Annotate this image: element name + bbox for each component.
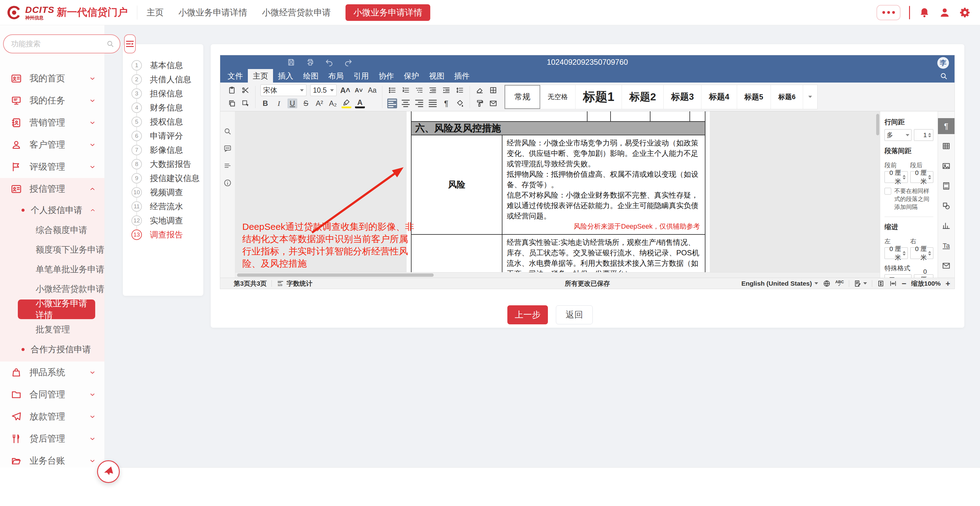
- top-tab-4[interactable]: 小微业务申请详情: [345, 4, 430, 21]
- sidebar-item[interactable]: 放款管理: [0, 406, 104, 428]
- style-tile-标题3[interactable]: 标题3: [664, 85, 702, 109]
- step-item-2[interactable]: 2共借人信息: [123, 72, 203, 87]
- font-color-icon[interactable]: A: [355, 98, 365, 108]
- shading-icon[interactable]: [455, 98, 465, 108]
- before-stepper[interactable]: 0 厘米: [885, 171, 908, 183]
- mail-panel-button[interactable]: [938, 258, 955, 274]
- sidebar-leaf-item[interactable]: 批复管理: [0, 320, 104, 339]
- bold-icon[interactable]: B: [261, 98, 270, 108]
- sidebar-item[interactable]: 我的首页: [0, 68, 104, 90]
- superscript-icon[interactable]: A²: [315, 98, 324, 108]
- search-input[interactable]: [11, 40, 106, 48]
- underline-icon[interactable]: U: [288, 98, 297, 108]
- step-item-5[interactable]: 5授权信息: [123, 115, 203, 129]
- find-icon[interactable]: [224, 127, 232, 135]
- fit-width-icon[interactable]: [889, 280, 897, 287]
- grow-font-icon[interactable]: A˄: [340, 85, 350, 95]
- zoom-in-button[interactable]: +: [946, 279, 950, 287]
- vertical-scrollbar[interactable]: [876, 114, 879, 135]
- comments-icon[interactable]: [224, 144, 232, 152]
- sidebar-leaf-item-active[interactable]: 小微业务申请详情: [18, 300, 95, 319]
- sidebar-subitem[interactable]: 合作方授信申请: [0, 339, 104, 360]
- line-spacing-select[interactable]: 多: [885, 129, 912, 141]
- step-item-1[interactable]: 1基本信息: [123, 58, 203, 72]
- user-icon[interactable]: [939, 7, 951, 18]
- top-tab-3[interactable]: 小微经营贷款申请: [262, 7, 331, 18]
- line-spacing-stepper[interactable]: 1: [914, 129, 933, 141]
- editor-tab-文件[interactable]: 文件: [223, 69, 248, 82]
- sidebar-item[interactable]: 贷后管理: [0, 428, 104, 450]
- zoom-level[interactable]: 缩放100%: [911, 279, 941, 288]
- document-page[interactable]: 六、风险及风控措施 风险 经营风险：小微企业市场竞争力弱，易受行业波动（如政策变…: [407, 111, 710, 278]
- style-tile-标题2[interactable]: 标题2: [622, 85, 664, 109]
- no-gap-checkbox[interactable]: [885, 188, 891, 195]
- font-size-select[interactable]: 10.5: [310, 84, 337, 96]
- after-stepper[interactable]: 0 厘米: [910, 171, 934, 183]
- sidebar-item[interactable]: 我的任务: [0, 90, 104, 112]
- navigation-icon[interactable]: [224, 162, 232, 170]
- indent-left-stepper[interactable]: 0 厘米: [885, 247, 908, 259]
- justify-icon[interactable]: [428, 98, 438, 108]
- sidebar-leaf-item[interactable]: 小微经营贷款申请: [0, 279, 104, 299]
- align-right-icon[interactable]: [414, 98, 424, 108]
- chart-panel-button[interactable]: [938, 218, 955, 234]
- info-icon[interactable]: [224, 179, 232, 187]
- decrease-indent-icon[interactable]: [428, 85, 438, 95]
- step-item-7[interactable]: 7影像信息: [123, 143, 203, 157]
- prev-step-button[interactable]: 上一步: [508, 305, 548, 324]
- fit-page-icon[interactable]: [877, 280, 885, 287]
- paragraph-mark-icon[interactable]: ¶: [441, 98, 451, 108]
- sidebar-item[interactable]: 押品系统: [0, 362, 104, 384]
- horizontal-scrollbar[interactable]: [237, 273, 434, 277]
- highlight-color-icon[interactable]: [342, 98, 352, 108]
- numbered-list-icon[interactable]: [401, 85, 410, 95]
- no-gap-option[interactable]: 不要在相同样式的段落之间添加间隔: [885, 187, 933, 211]
- sidebar-item[interactable]: 客户管理: [0, 134, 104, 156]
- style-gallery-expand[interactable]: [803, 85, 817, 109]
- editor-tab-绘图[interactable]: 绘图: [298, 69, 323, 82]
- shapes-panel-button[interactable]: [938, 198, 955, 214]
- multilevel-list-icon[interactable]: [414, 85, 424, 95]
- step-item-9[interactable]: 9授信建议信息: [123, 171, 203, 186]
- word-count-button[interactable]: 123 字数统计: [277, 279, 312, 288]
- function-search-field[interactable]: [3, 34, 120, 53]
- table-panel-button[interactable]: [938, 138, 955, 154]
- more-actions-button[interactable]: [877, 5, 900, 20]
- sidebar-item[interactable]: 评级管理: [0, 156, 104, 178]
- paste-icon[interactable]: [227, 85, 237, 95]
- editor-tab-布局[interactable]: 布局: [323, 69, 348, 82]
- undo-button[interactable]: [325, 58, 333, 66]
- style-tile-常规[interactable]: 常规: [504, 85, 540, 109]
- print-button[interactable]: [306, 58, 314, 66]
- eraser-icon[interactable]: [475, 85, 485, 95]
- sidebar-leaf-item[interactable]: 额度项下业务申请: [0, 240, 104, 260]
- change-case-icon[interactable]: Aa: [367, 85, 377, 95]
- copy-icon[interactable]: [227, 98, 237, 108]
- step-item-6[interactable]: 6申请评分: [123, 129, 203, 143]
- step-item-3[interactable]: 3担保信息: [123, 87, 203, 101]
- style-tile-标题1[interactable]: 标题1: [576, 85, 622, 109]
- style-tile-无空格[interactable]: 无空格: [540, 85, 576, 109]
- sidebar-subitem[interactable]: 个人授信申请: [0, 200, 104, 220]
- editor-tab-插件[interactable]: 插件: [449, 69, 474, 82]
- editor-tab-引用[interactable]: 引用: [348, 69, 374, 82]
- editor-tab-协作[interactable]: 协作: [374, 69, 399, 82]
- strikethrough-icon[interactable]: S: [301, 98, 311, 108]
- pilcrow-panel-button[interactable]: ¶: [938, 118, 955, 134]
- bullet-list-icon[interactable]: [387, 85, 397, 95]
- step-item-12[interactable]: 12实地调查: [123, 214, 203, 228]
- style-tile-标题6[interactable]: 标题6: [771, 85, 803, 109]
- editor-tab-视图[interactable]: 视图: [424, 69, 449, 82]
- top-tab-1[interactable]: 主页: [146, 7, 164, 18]
- sidebar-leaf-item[interactable]: 单笔单批业务申请: [0, 260, 104, 279]
- style-tile-标题5[interactable]: 标题5: [737, 85, 771, 109]
- save-button[interactable]: [287, 58, 295, 66]
- editing-mode-button[interactable]: [854, 280, 867, 287]
- spellcheck-icon[interactable]: ABC✓: [835, 281, 844, 287]
- editor-tab-插入[interactable]: 插入: [273, 69, 298, 82]
- shrink-font-icon[interactable]: A˅: [354, 85, 364, 95]
- indent-right-stepper[interactable]: 0 厘米: [910, 247, 934, 259]
- editor-tab-主页[interactable]: 主页: [248, 69, 273, 82]
- step-item-10[interactable]: 10视频调查: [123, 186, 203, 200]
- cut-icon[interactable]: [240, 85, 250, 95]
